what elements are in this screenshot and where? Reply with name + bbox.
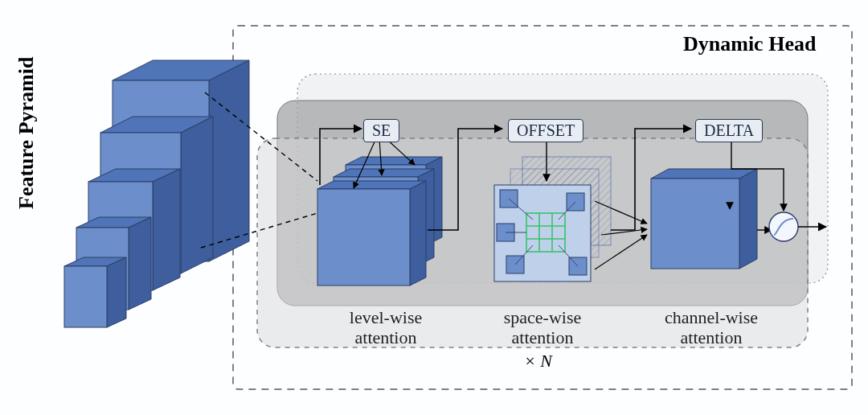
svg-point-53 bbox=[769, 212, 798, 241]
space-wise-caption: space-wise attention bbox=[482, 307, 603, 348]
pyramid-cube-1 bbox=[64, 257, 126, 327]
se-box: SE bbox=[363, 119, 399, 142]
svg-marker-8 bbox=[153, 169, 180, 290]
svg-marker-22 bbox=[317, 181, 426, 189]
repeat-label: × N bbox=[524, 351, 552, 372]
svg-marker-23 bbox=[410, 181, 426, 286]
activation-circle bbox=[769, 212, 798, 241]
channel-wise-caption: channel-wise attention bbox=[643, 307, 780, 348]
svg-marker-50 bbox=[651, 169, 757, 179]
repeat-text: × N bbox=[524, 351, 552, 371]
se-text: SE bbox=[372, 121, 391, 139]
delta-box: DELTA bbox=[695, 119, 763, 142]
level-wise-caption: level-wise attention bbox=[330, 307, 442, 348]
svg-rect-52 bbox=[651, 179, 739, 269]
svg-marker-14 bbox=[107, 257, 126, 327]
offset-box: OFFSET bbox=[508, 119, 583, 142]
svg-rect-24 bbox=[317, 189, 410, 286]
svg-marker-2 bbox=[209, 60, 249, 261]
diagram-canvas bbox=[0, 0, 868, 415]
svg-marker-19 bbox=[334, 169, 434, 177]
channel-wise-module bbox=[651, 169, 757, 269]
svg-marker-5 bbox=[181, 117, 213, 273]
svg-marker-11 bbox=[129, 217, 151, 310]
svg-rect-15 bbox=[64, 266, 107, 327]
offset-text: OFFSET bbox=[517, 121, 575, 139]
delta-text: DELTA bbox=[704, 121, 754, 139]
svg-marker-51 bbox=[739, 169, 757, 269]
